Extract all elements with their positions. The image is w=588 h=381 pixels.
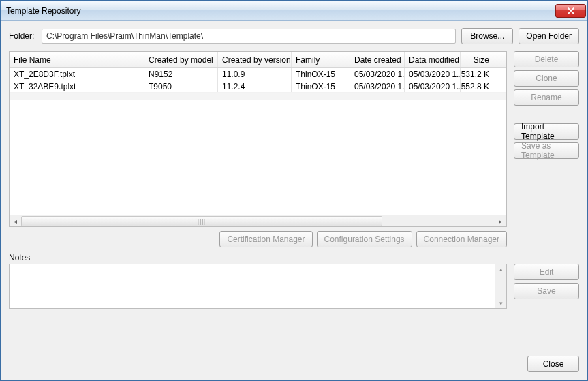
col-header-filename[interactable]: File Name [10,52,144,67]
cell-created: 05/03/2020 1... [350,68,405,80]
template-table[interactable]: File Name Created by model Created by ve… [9,51,507,227]
notes-side-buttons: Edit Save [514,264,579,309]
cell-filename: XT_2E8D3F.tplxt [10,68,144,80]
notes-label: Notes [9,253,579,262]
cell-size: 531.2 K [461,68,493,80]
cell-modified: 05/03/2020 1... [405,68,461,80]
side-actions: Delete Clone Rename Import Template Save… [514,51,579,247]
cell-created: 05/03/2020 1... [350,80,405,92]
close-button[interactable]: Close [527,356,579,372]
close-icon [568,7,574,14]
certification-manager-button[interactable]: Certification Manager [219,231,312,247]
edit-button[interactable]: Edit [514,264,579,280]
col-header-family[interactable]: Family [292,52,350,67]
folder-label: Folder: [9,31,36,41]
scroll-up-icon[interactable]: ▴ [499,266,503,273]
scroll-right-icon[interactable]: ▸ [495,216,506,226]
cell-model: N9152 [144,68,218,80]
save-as-template-button[interactable]: Save as Template [514,142,579,159]
notes-textarea[interactable]: ▴ ▾ [9,264,507,309]
configuration-settings-button[interactable]: Configuration Settings [317,231,412,247]
clone-button[interactable]: Clone [514,70,579,87]
scroll-left-icon[interactable]: ◂ [10,216,21,226]
table-panel: File Name Created by model Created by ve… [9,51,507,247]
footer: Close [9,344,579,372]
browse-button[interactable]: Browse... [461,28,513,44]
cell-version: 11.2.4 [218,80,292,92]
scroll-track[interactable] [21,216,495,226]
table-body: XT_2E8D3F.tplxt N9152 11.0.9 ThinOX-15 0… [10,68,506,93]
rename-button[interactable]: Rename [514,89,579,106]
connection-manager-button[interactable]: Connection Manager [416,231,507,247]
cell-modified: 05/03/2020 1... [405,80,461,92]
folder-row: Folder: C:\Program Files\Praim\ThinMan\T… [9,28,579,44]
cell-size: 552.8 K [461,80,493,92]
col-header-size[interactable]: Size [461,52,493,67]
folder-path-value: C:\Program Files\Praim\ThinMan\Template\ [46,31,203,41]
table-horizontal-scrollbar[interactable]: ◂ ▸ [10,215,506,226]
dialog-body: Folder: C:\Program Files\Praim\ThinMan\T… [1,21,587,380]
col-header-created[interactable]: Date created [350,52,405,67]
notes-vertical-scrollbar[interactable]: ▴ ▾ [495,264,506,308]
window-title: Template Repository [6,6,555,16]
delete-button[interactable]: Delete [514,51,579,67]
cell-family: ThinOX-15 [292,68,350,80]
scroll-down-icon[interactable]: ▾ [499,300,503,307]
empty-rows [10,93,506,100]
open-folder-button[interactable]: Open Folder [519,28,579,44]
cell-model: T9050 [144,80,218,92]
scroll-thumb[interactable] [21,216,382,226]
template-repository-dialog: Template Repository Folder: C:\Program F… [0,0,588,381]
middle-section: File Name Created by model Created by ve… [9,51,579,247]
import-template-button[interactable]: Import Template [514,123,579,140]
mid-buttons: Certification Manager Configuration Sett… [9,231,507,247]
cell-version: 11.0.9 [218,68,292,80]
table-row[interactable]: XT_32ABE9.tplxt T9050 11.2.4 ThinOX-15 0… [10,80,506,93]
folder-path-input[interactable]: C:\Program Files\Praim\ThinMan\Template\ [42,29,456,44]
table-row[interactable]: XT_2E8D3F.tplxt N9152 11.0.9 ThinOX-15 0… [10,68,506,80]
titlebar: Template Repository [1,1,587,21]
notes-row: ▴ ▾ Edit Save [9,264,579,309]
window-close-button[interactable] [555,4,586,18]
cell-filename: XT_32ABE9.tplxt [10,80,144,92]
table-header: File Name Created by model Created by ve… [10,52,506,68]
save-button[interactable]: Save [514,283,579,299]
col-header-modified[interactable]: Data modified [405,52,461,67]
cell-family: ThinOX-15 [292,80,350,92]
col-header-model[interactable]: Created by model [144,52,218,67]
col-header-version[interactable]: Created by version [218,52,292,67]
